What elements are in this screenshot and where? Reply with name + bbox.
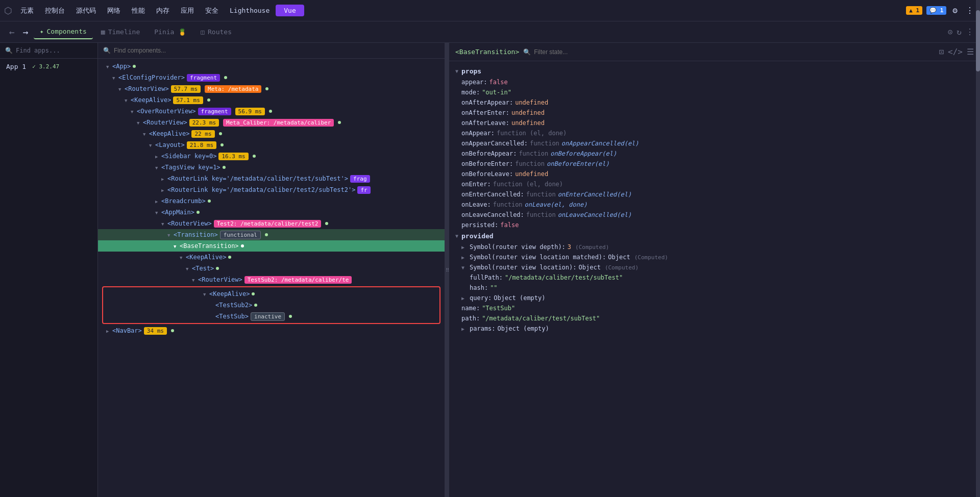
- close-panel-icon[interactable]: ☰: [967, 47, 974, 57]
- dot: [252, 292, 255, 295]
- resize-handle[interactable]: ⠿: [445, 43, 449, 497]
- tree-node-overrouterview[interactable]: <OverRouterView> fragment 56.9 ms: [98, 106, 445, 117]
- main-content: 🔍 Find apps... App 1 ✓ 3.2.47 🔍 <App>: [0, 43, 980, 497]
- menu-item-app[interactable]: 应用: [176, 4, 199, 17]
- prop-onleave: onLeave: function onLeave(el, done): [449, 200, 980, 210]
- tree-node-testsub2[interactable]: <TestSub2>: [103, 300, 439, 311]
- menu-item-memory[interactable]: 内存: [151, 4, 175, 17]
- app-search-bar: 🔍 Find apps...: [0, 43, 97, 59]
- app-list-item[interactable]: App 1 ✓ 3.2.47: [0, 59, 97, 74]
- tree-node-layout[interactable]: <Layout> 21.8 ms: [98, 139, 445, 151]
- tree-node-keepalive4[interactable]: <KeepAlive>: [103, 288, 439, 300]
- tree-content: <App> <ElConfigProvider> fragment <Route…: [98, 59, 445, 338]
- app-version: ✓ 3.2.47: [32, 63, 59, 70]
- dot: [208, 200, 211, 203]
- filter-state-wrap: 🔍: [523, 48, 935, 56]
- search-icon: 🔍: [5, 47, 13, 54]
- toolbar-more-icon[interactable]: ⋮: [966, 27, 974, 37]
- settings-icon[interactable]: ⚙: [950, 5, 960, 16]
- refresh-icon[interactable]: ↻: [957, 27, 962, 37]
- tree-node-keepalive3[interactable]: <KeepAlive>: [98, 252, 445, 263]
- tree-node-transition[interactable]: <Transition> functional: [98, 229, 445, 240]
- prop-params[interactable]: ▶ params: Object (empty): [449, 324, 980, 334]
- tab-routes[interactable]: ◫ Routes: [194, 25, 238, 39]
- tree-node-testsub[interactable]: <TestSub> inactive: [103, 311, 439, 322]
- tree-node-navbar[interactable]: <NavBar> 34 ms: [98, 325, 445, 336]
- tree-node-routerview2[interactable]: <RouterView> 22.3 ms Meta_Caliber: /meta…: [98, 117, 445, 128]
- tree-node-routerview3[interactable]: <RouterView> Test2: /metadata/caliber/te…: [98, 218, 445, 229]
- tree-node-keepalive1[interactable]: <KeepAlive> 57.1 ms: [98, 94, 445, 106]
- menu-item-network[interactable]: 网络: [102, 4, 126, 17]
- prop-query[interactable]: ▶ query: Object (empty): [449, 293, 980, 303]
- tree-node-breadcrumb[interactable]: <Breadcrumb>: [98, 195, 445, 207]
- caret-elconfig: [112, 74, 118, 81]
- menu-item-console[interactable]: 控制台: [40, 4, 70, 17]
- menu-bar: ⬡ 元素 控制台 源代码 网络 性能 内存 应用 安全 Lighthouse V…: [0, 0, 980, 21]
- back-button[interactable]: ←: [6, 26, 18, 38]
- dot: [197, 211, 200, 214]
- menu-item-vue[interactable]: Vue: [276, 5, 304, 16]
- scrollbar-thumb[interactable]: [976, 43, 980, 71]
- badge-meta4: TestSub2: /metadata/caliber/te: [244, 276, 352, 284]
- tree-node-tagsview[interactable]: <TagsView key=1>: [98, 162, 445, 173]
- menu-item-performance[interactable]: 性能: [127, 4, 150, 17]
- badge-time1: 57.7 ms: [171, 85, 201, 93]
- forward-button[interactable]: →: [20, 26, 32, 38]
- menu-item-security[interactable]: 安全: [200, 4, 224, 17]
- caret-rl1: [161, 175, 167, 182]
- menu-item-element[interactable]: 元素: [15, 4, 39, 17]
- tab-pinia[interactable]: Pinia 🍍: [148, 25, 192, 39]
- tree-node-routerlink1[interactable]: <RouterLink key='/metadata/caliber/test/…: [98, 173, 445, 184]
- tree-node-routerview1[interactable]: <RouterView> 57.7 ms Meta: /metadata: [98, 83, 445, 94]
- tree-search-icon: 🔍: [103, 47, 111, 54]
- badge-frag1: frag: [350, 175, 370, 183]
- dot: [220, 143, 224, 146]
- badge-time-orv: 56.9 ms: [235, 108, 265, 115]
- app-name: App 1: [6, 63, 26, 70]
- section-props[interactable]: ▼ props: [449, 65, 980, 77]
- scrollbar-track[interactable]: [976, 43, 980, 497]
- tree-node-routerview4[interactable]: <RouterView> TestSub2: /metadata/caliber…: [98, 274, 445, 285]
- prop-name: name: "TestSub": [449, 303, 980, 313]
- tab-timeline[interactable]: ▦ Timeline: [95, 25, 146, 39]
- tree-node-keepalive2[interactable]: <KeepAlive> 22 ms: [98, 128, 445, 139]
- code-icon[interactable]: </>: [948, 47, 963, 57]
- menu-item-lighthouse[interactable]: Lighthouse: [225, 5, 275, 16]
- tree-node-routerlink2[interactable]: <RouterLink key='/metadata/caliber/test2…: [98, 184, 445, 195]
- tree-node-basetransition[interactable]: <BaseTransition>: [98, 240, 445, 252]
- caret-transition: [167, 231, 174, 238]
- caret-rv4: [192, 276, 198, 283]
- prop-router-view-location[interactable]: ▼ Symbol(router view location): Object (…: [449, 262, 980, 272]
- caret-test: [186, 265, 192, 272]
- tree-node-elconfig[interactable]: <ElConfigProvider> fragment: [98, 72, 445, 83]
- badge-time-sidebar: 16.3 ms: [218, 153, 248, 160]
- app-sidebar: 🔍 Find apps... App 1 ✓ 3.2.47: [0, 43, 98, 497]
- more-menu-icon[interactable]: ⋮: [964, 5, 976, 16]
- dot: [133, 65, 136, 68]
- dot: [207, 98, 210, 102]
- tree-search-input[interactable]: [114, 47, 439, 54]
- section-provided[interactable]: ▼ provided: [449, 230, 980, 242]
- prop-onentercancelled: onEnterCancelled: function onEnterCancel…: [449, 189, 980, 200]
- tree-node-test[interactable]: <Test>: [98, 263, 445, 274]
- right-panel: <BaseTransition> 🔍 ⊡ </> ☰ ▼ props appea…: [449, 43, 980, 497]
- tab-components[interactable]: ✦ Components: [34, 24, 93, 39]
- dot: [216, 267, 219, 270]
- dot: [325, 222, 328, 225]
- prop-router-view-location-matched[interactable]: ▶ Symbol(router view location matched): …: [449, 252, 980, 262]
- tree-node-sidebar[interactable]: <Sidebar key=0> 16.3 ms: [98, 151, 445, 162]
- badge-frag2: fr: [357, 186, 370, 194]
- tree-node-appmain[interactable]: <AppMain>: [98, 207, 445, 218]
- target-icon[interactable]: ⊙: [948, 27, 953, 37]
- caret-ka4: [203, 290, 209, 297]
- menu-item-source[interactable]: 源代码: [71, 4, 101, 17]
- prop-router-view-depth[interactable]: ▶ Symbol(router view depth): 3 (Computed…: [449, 242, 980, 252]
- badge-fragment: fragment: [187, 74, 220, 82]
- badge-fragment2: fragment: [198, 108, 231, 115]
- screenshot-icon[interactable]: ⊡: [939, 47, 944, 57]
- caret-breadcrumb: [155, 197, 161, 205]
- caret-rv2: [137, 119, 143, 126]
- devtools-icon: ⬡: [4, 5, 12, 16]
- tree-node-app[interactable]: <App>: [98, 61, 445, 72]
- filter-state-input[interactable]: [534, 48, 935, 56]
